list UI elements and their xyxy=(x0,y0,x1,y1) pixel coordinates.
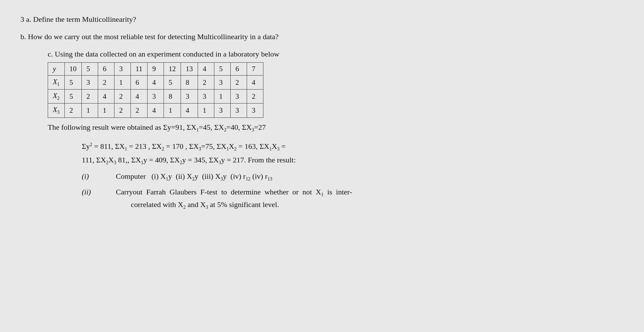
cell: 3 xyxy=(198,90,214,104)
cell: 4 xyxy=(148,76,164,90)
sub-item-i-label: (i) xyxy=(82,170,102,183)
header-x2: X2 xyxy=(48,90,65,104)
header-x1: X1 xyxy=(48,76,65,90)
cell: 4 xyxy=(131,90,147,104)
cell: 3 xyxy=(181,90,198,104)
cell: 13 xyxy=(181,63,198,76)
cell: 10 xyxy=(64,63,81,76)
header-x3: X3 xyxy=(48,104,65,117)
header-y: y xyxy=(48,63,65,76)
cell: 8 xyxy=(164,90,181,104)
cell: 1 xyxy=(114,76,131,90)
part-b-label: b. How do we carry out the most reliable… xyxy=(20,31,624,42)
cell: 5 xyxy=(81,63,98,76)
cell: 4 xyxy=(98,90,114,104)
data-table: y 10 5 6 3 11 9 12 13 4 5 6 7 X1 5 3 2 1… xyxy=(48,62,263,118)
cell: 5 xyxy=(214,63,231,76)
cell: 6 xyxy=(131,76,147,90)
cell: 8 xyxy=(181,76,198,90)
part-c-intro: c. Using the data collected on an experi… xyxy=(48,48,624,60)
sub-item-i: (i) Computer (i) X1y (ii) X2y (iii) X3y … xyxy=(82,170,624,183)
cell: 2 xyxy=(231,76,247,90)
math-line-1: Σy2 = 811, ΣX1 = 213 , ΣX2 = 170 , ΣX3=7… xyxy=(82,140,624,153)
cell: 5 xyxy=(64,90,81,104)
cell: 6 xyxy=(98,63,114,76)
cell: 2 xyxy=(98,76,114,90)
results-summary: The following result were obtained as Σy… xyxy=(48,121,624,134)
cell: 2 xyxy=(131,104,147,117)
cell: 4 xyxy=(198,63,214,76)
cell: 3 xyxy=(214,104,231,117)
cell: 1 xyxy=(198,104,214,117)
cell: 2 xyxy=(114,104,131,117)
cell: 6 xyxy=(231,63,247,76)
part-b: b. How do we carry out the most reliable… xyxy=(20,31,624,42)
part-a-label: 3 a. Define the term Multicollinearity? xyxy=(20,14,624,25)
cell: 2 xyxy=(198,76,214,90)
sub-items-container: (i) Computer (i) X1y (ii) X2y (iii) X3y … xyxy=(82,170,624,211)
cell: 7 xyxy=(247,63,263,76)
cell: 3 xyxy=(81,76,98,90)
cell: 2 xyxy=(114,90,131,104)
cell: 3 xyxy=(148,90,164,104)
math-line-2: 111, ΣX2X3 81,, ΣX1y = 409, ΣX2y = 345, … xyxy=(82,154,624,167)
cell: 3 xyxy=(114,63,131,76)
cell: 5 xyxy=(64,76,81,90)
cell: 9 xyxy=(148,63,164,76)
cell: 12 xyxy=(164,63,181,76)
cell: 1 xyxy=(214,90,231,104)
sub-item-i-text: Computer (i) X1y (ii) X2y (iii) X3y (iv)… xyxy=(116,170,624,183)
cell: 4 xyxy=(247,76,263,90)
part-c: c. Using the data collected on an experi… xyxy=(48,48,624,211)
sub-item-ii-label: (ii) xyxy=(82,186,102,212)
cell: 4 xyxy=(148,104,164,117)
cell: 5 xyxy=(164,76,181,90)
cell: 3 xyxy=(231,90,247,104)
cell: 3 xyxy=(247,104,263,117)
part-a: 3 a. Define the term Multicollinearity? xyxy=(20,14,624,25)
cell: 2 xyxy=(81,90,98,104)
cell: 4 xyxy=(181,104,198,117)
cell: 3 xyxy=(231,104,247,117)
cell: 1 xyxy=(164,104,181,117)
cell: 1 xyxy=(81,104,98,117)
sub-item-ii: (ii) Carryout Farrah Glaubers F-test to … xyxy=(82,186,624,212)
cell: 2 xyxy=(64,104,81,117)
math-equations: Σy2 = 811, ΣX1 = 213 , ΣX2 = 170 , ΣX3=7… xyxy=(82,140,624,167)
cell: 11 xyxy=(131,63,147,76)
cell: 2 xyxy=(247,90,263,104)
cell: 1 xyxy=(98,104,114,117)
cell: 3 xyxy=(214,76,231,90)
sub-item-ii-text: Carryout Farrah Glaubers F-test to deter… xyxy=(116,186,624,212)
